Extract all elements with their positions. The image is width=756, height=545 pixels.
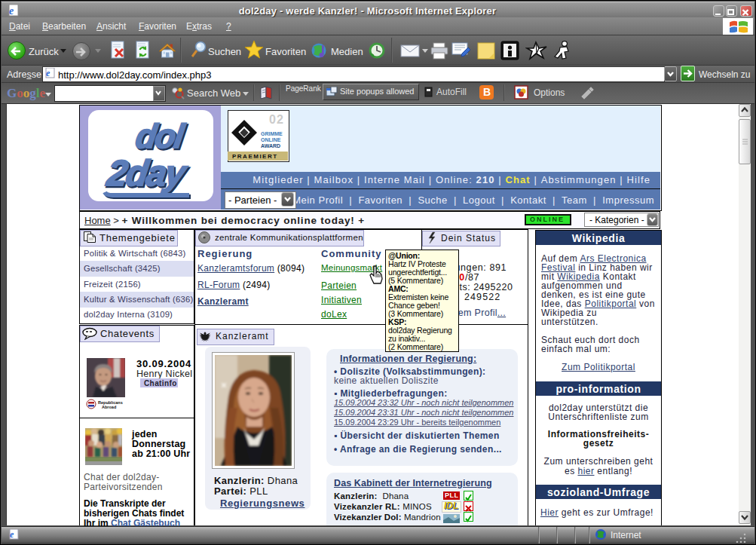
svg-text:Abroad: Abroad bbox=[102, 405, 116, 409]
svg-text:dol: dol bbox=[133, 117, 188, 155]
svg-text:e: e bbox=[9, 5, 14, 17]
svg-text:e: e bbox=[10, 529, 14, 540]
svg-text:GRIMME: GRIMME bbox=[261, 131, 283, 136]
svg-text:2day: 2day bbox=[104, 152, 190, 193]
svg-text:PRAEMIERT: PRAEMIERT bbox=[232, 153, 278, 160]
svg-text:ONLINE: ONLINE bbox=[261, 137, 281, 142]
svg-text:e: e bbox=[46, 68, 51, 78]
svg-text:02: 02 bbox=[269, 113, 284, 126]
svg-text:AWARD: AWARD bbox=[261, 143, 280, 148]
